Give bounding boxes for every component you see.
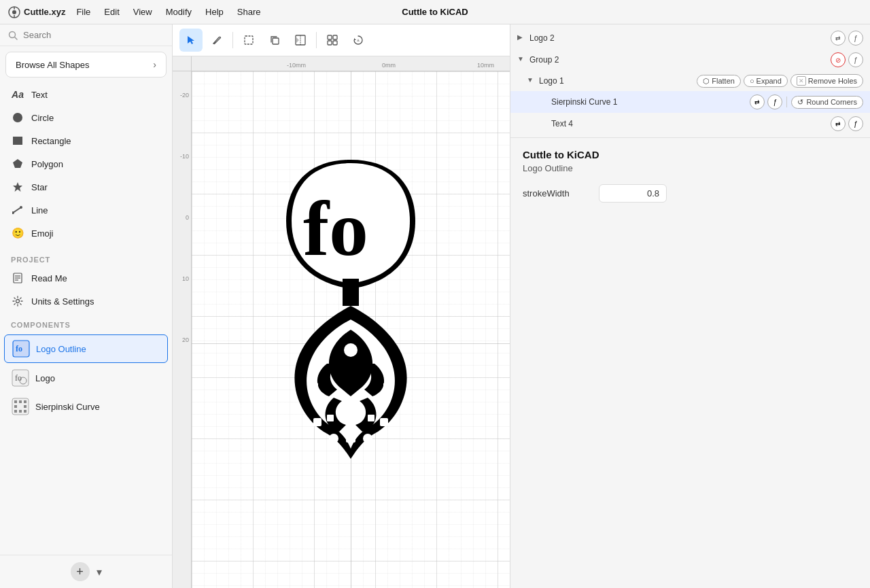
tree-btn-curve-logo2[interactable]: ƒ xyxy=(848,31,863,46)
svg-marker-32 xyxy=(188,36,194,44)
design-svg: fo xyxy=(252,146,449,479)
svg-rect-45 xyxy=(343,279,359,306)
tree-btn-transform-sierpinski[interactable]: ⇄ xyxy=(750,94,765,109)
ruler-vmark-minus10: -10 xyxy=(180,153,189,160)
pen-icon xyxy=(212,35,222,45)
ruler-mark-minus10: -10mm xyxy=(287,62,306,69)
pen-tool-button[interactable] xyxy=(205,29,228,52)
tree-btn-curve-group2[interactable]: ƒ xyxy=(848,52,863,67)
vertical-ruler: -20 -10 0 10 20 xyxy=(173,71,192,588)
shape-item-polygon[interactable]: Polygon xyxy=(0,152,172,175)
app-logo[interactable]: Cuttle.xyz xyxy=(8,6,65,18)
svg-point-46 xyxy=(344,343,358,357)
transform-button[interactable] xyxy=(347,29,370,52)
shape-item-line[interactable]: Line xyxy=(0,198,172,222)
svg-line-10 xyxy=(13,207,21,213)
design-container[interactable]: fo xyxy=(249,143,453,483)
add-component-button[interactable]: + xyxy=(71,562,90,581)
svg-rect-58 xyxy=(346,433,355,443)
shape-item-rectangle[interactable]: Rectangle xyxy=(0,129,172,152)
menu-edit[interactable]: Edit xyxy=(97,4,126,20)
canvas-viewport[interactable]: -10mm 0mm 10mm -20 -10 0 10 20 xyxy=(173,56,510,588)
props-input-strokewidth[interactable] xyxy=(599,184,667,203)
readme-label: Read Me xyxy=(31,273,67,283)
svg-marker-9 xyxy=(13,182,22,192)
tree-item-logo1[interactable]: ▼ Logo 1 ⬡ Flatten ○ Expand ✕ Remove Hol… xyxy=(510,71,870,91)
menu-modify[interactable]: Modify xyxy=(159,4,198,20)
tree-name-group2: Group 2 xyxy=(529,55,828,65)
flip-button[interactable] xyxy=(289,29,312,52)
component-sierpinski[interactable]: Sierpinski Curve xyxy=(4,393,168,420)
browse-all-shapes-button[interactable]: Browse All Shapes › xyxy=(5,52,167,77)
component-logo[interactable]: fo Logo xyxy=(4,364,168,392)
tree-item-sierpinski1[interactable]: Sierpinski Curve 1 ⇄ ƒ ↺ Round Corners xyxy=(510,91,870,113)
menu-file[interactable]: File xyxy=(69,4,97,20)
copy-button[interactable] xyxy=(263,29,286,52)
rect-select-button[interactable] xyxy=(237,29,260,52)
tree-actions-group2: ⊘ ƒ xyxy=(831,52,863,67)
project-item-settings[interactable]: Units & Settings xyxy=(0,290,172,313)
tree-btn-transform-logo2[interactable]: ⇄ xyxy=(831,31,846,46)
properties-section: Cuttle to KiCAD Logo Outline strokeWidth xyxy=(510,138,870,588)
search-icon xyxy=(8,31,18,40)
tree-btn-curve-sierpinski[interactable]: ƒ xyxy=(767,94,782,109)
svg-rect-53 xyxy=(383,383,392,391)
tree-actions-sierpinski1: ⇄ ƒ ↺ Round Corners xyxy=(750,94,863,109)
settings-icon xyxy=(11,294,24,308)
tree-toggle-group2[interactable]: ▼ xyxy=(517,55,527,65)
shape-text-label: Text xyxy=(31,90,48,100)
shape-item-star[interactable]: Star xyxy=(0,175,172,198)
project-items: Read Me Units & Settings xyxy=(0,266,172,313)
ruler-vmark-0: 0 xyxy=(186,214,189,221)
search-input[interactable] xyxy=(23,30,164,40)
grid-button[interactable] xyxy=(321,29,344,52)
shape-item-circle[interactable]: Circle xyxy=(0,106,172,129)
menu-help[interactable]: Help xyxy=(198,4,230,20)
svg-rect-42 xyxy=(333,41,337,45)
more-components-button[interactable]: ▾ xyxy=(97,566,102,578)
emoji-icon: 🙂 xyxy=(11,226,24,240)
svg-marker-43 xyxy=(354,38,356,40)
line-icon xyxy=(11,203,24,217)
tree-btn-remove-holes[interactable]: ✕ Remove Holes xyxy=(790,74,863,88)
sierpinski-label: Sierpinski Curve xyxy=(35,402,100,412)
tree-toggle-sierpinski1 xyxy=(539,97,549,107)
component-logo-outline[interactable]: fo Logo Outline xyxy=(4,334,168,363)
tree-btn-round-corners[interactable]: ↺ Round Corners xyxy=(791,96,863,109)
circle-icon xyxy=(11,111,24,124)
ruler-vmark-10: 10 xyxy=(182,275,189,282)
svg-rect-26 xyxy=(24,400,27,403)
round-corners-icon: ↺ xyxy=(797,98,803,107)
round-corners-label: Round Corners xyxy=(806,98,857,106)
sierpinski-icon xyxy=(11,397,30,416)
tree-btn-curve-text4[interactable]: ƒ xyxy=(848,116,863,131)
svg-rect-35 xyxy=(273,38,279,44)
tree-actions-text4: ⇄ ƒ xyxy=(831,116,863,131)
svg-rect-28 xyxy=(24,405,27,408)
tree-btn-flatten[interactable]: ⬡ Flatten xyxy=(697,75,741,88)
tree-item-group2[interactable]: ▼ Group 2 ⊘ ƒ xyxy=(510,49,870,71)
shape-item-text[interactable]: Aa Text xyxy=(0,83,172,106)
svg-text:fo: fo xyxy=(16,344,22,353)
tree-item-text4[interactable]: Text 4 ⇄ ƒ xyxy=(510,113,870,135)
select-tool-button[interactable] xyxy=(179,29,203,52)
menu-share[interactable]: Share xyxy=(230,4,268,20)
components-section-label: COMPONENTS xyxy=(0,313,172,332)
tree-item-logo2[interactable]: ▶ Logo 2 ⇄ ƒ xyxy=(510,27,870,49)
logo-outline-icon: fo xyxy=(12,339,31,358)
tree-name-sierpinski1: Sierpinski Curve 1 xyxy=(551,97,747,107)
shape-item-emoji[interactable]: 🙂 Emoji xyxy=(0,222,172,245)
tree-btn-slash-group2[interactable]: ⊘ xyxy=(831,52,846,67)
left-sidebar: Browse All Shapes › Aa Text Circle xyxy=(0,24,173,588)
flatten-icon: ⬡ xyxy=(703,77,710,86)
tree-btn-expand[interactable]: ○ Expand xyxy=(744,75,788,87)
props-subtitle: Logo Outline xyxy=(523,163,858,173)
svg-text:fo: fo xyxy=(303,186,368,272)
tree-toggle-logo2[interactable]: ▶ xyxy=(517,33,527,43)
tree-btn-transform-text4[interactable]: ⇄ xyxy=(831,116,846,131)
menu-view[interactable]: View xyxy=(126,4,159,20)
canvas-content[interactable]: fo xyxy=(192,71,510,588)
window-title: Cuttle to KiCAD xyxy=(402,7,468,17)
project-item-readme[interactable]: Read Me xyxy=(0,266,172,290)
tree-toggle-logo1[interactable]: ▼ xyxy=(527,76,536,86)
